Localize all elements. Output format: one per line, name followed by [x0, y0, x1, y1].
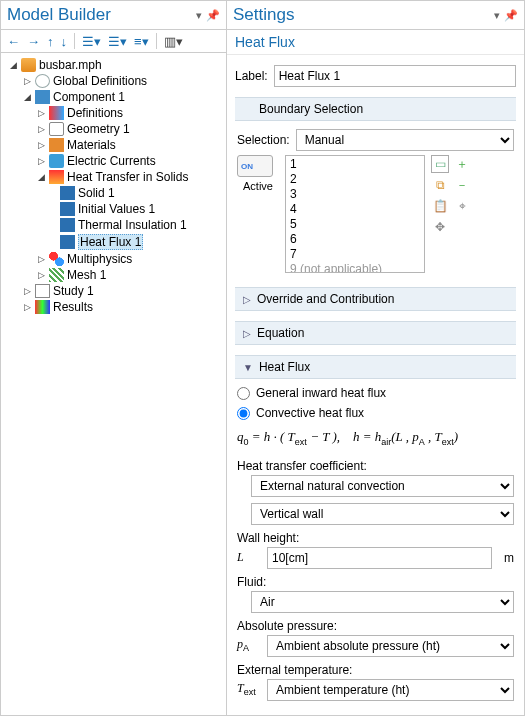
paste-icon[interactable]: 📋 [431, 197, 449, 215]
ext-temp-label: External temperature: [237, 663, 514, 677]
heat-icon [49, 170, 64, 184]
tree-mesh: Mesh 1 [67, 268, 106, 282]
forward-icon[interactable]: → [27, 34, 40, 49]
section-title: Override and Contribution [257, 292, 394, 306]
back-icon[interactable]: ← [7, 34, 20, 49]
radio-general[interactable] [237, 387, 250, 400]
tree-study: Study 1 [53, 284, 94, 298]
tree-geometry: Geometry 1 [67, 122, 130, 136]
label-input[interactable] [274, 65, 516, 87]
wall-height-input[interactable] [267, 547, 492, 569]
panel-menu-icon[interactable]: ▾ [494, 9, 500, 22]
abs-pressure-sym: pA [237, 637, 261, 653]
settings-subtitle: Heat Flux [227, 30, 524, 55]
pin-icon[interactable]: 📌 [206, 9, 220, 22]
move-icon[interactable]: ✥ [431, 218, 449, 236]
list-item: 6 [290, 232, 420, 247]
active-label: Active [237, 180, 279, 192]
heat-transfer-coef-combo[interactable]: External natural convection [251, 475, 514, 497]
ivals-icon [60, 202, 75, 216]
wall-height-unit: m [504, 551, 514, 565]
remove-icon[interactable]: － [453, 176, 471, 194]
study-icon [35, 284, 50, 298]
chevron-right-icon [243, 328, 251, 339]
tree-thermal-insulation: Thermal Insulation 1 [78, 218, 187, 232]
coef-label: Heat transfer coefficient: [237, 459, 514, 473]
tree-solid: Solid 1 [78, 186, 115, 200]
ext-temp-combo[interactable]: Ambient temperature (ht) [267, 679, 514, 701]
tree-multiphysics: Multiphysics [67, 252, 132, 266]
up-icon[interactable]: ↑ [47, 34, 54, 49]
abs-pressure-combo[interactable]: Ambient absolute pressure (ht) [267, 635, 514, 657]
list-toolbar: ▭ ＋ ⧉ － 📋 ⌖ ✥ [431, 155, 471, 236]
wall-type-combo[interactable]: Vertical wall [251, 503, 514, 525]
active-toggle[interactable]: ON [237, 155, 273, 177]
tree-initial-values: Initial Values 1 [78, 202, 155, 216]
chevron-down-icon [243, 362, 253, 373]
list-item: 5 [290, 217, 420, 232]
tins-icon [60, 218, 75, 232]
mb-titlebar: Model Builder ▾ 📌 [1, 1, 226, 30]
chevron-right-icon [243, 294, 251, 305]
abs-pressure-label: Absolute pressure: [237, 619, 514, 633]
component-icon [35, 90, 50, 104]
multi-icon [49, 252, 64, 266]
settings-title: Settings [233, 5, 294, 25]
list-item: 7 [290, 247, 420, 262]
tree-heat-flux: Heat Flux 1 [78, 234, 143, 250]
tree-results: Results [53, 300, 93, 314]
defs-icon [49, 106, 64, 120]
ec-icon [49, 154, 64, 168]
tree-global-defs: Global Definitions [53, 74, 147, 88]
collapse-icon[interactable]: ☰▾ [108, 34, 127, 49]
section-title: Equation [257, 326, 304, 340]
tree-component: Component 1 [53, 90, 125, 104]
radio-convective[interactable] [237, 407, 250, 420]
model-builder-panel: Model Builder ▾ 📌 ← → ↑ ↓ ☰▾ ☰▾ ≡▾ ▥▾ bu… [0, 0, 227, 716]
expand-icon[interactable]: ☰▾ [82, 34, 101, 49]
tree-materials: Materials [67, 138, 116, 152]
tree-root: busbar.mph [39, 58, 102, 72]
down-icon[interactable]: ↓ [61, 34, 68, 49]
globe-icon [35, 74, 50, 88]
copy-icon[interactable]: ⧉ [431, 176, 449, 194]
geometry-icon [49, 122, 64, 136]
view-icon[interactable]: ▥▾ [164, 34, 183, 49]
section-title: Boundary Selection [259, 102, 363, 116]
selection-combo[interactable]: Manual [296, 129, 514, 151]
materials-icon [49, 138, 64, 152]
file-icon [21, 58, 36, 72]
list-item-na: 9 (not applicable) [290, 262, 420, 273]
heat-flux-head[interactable]: Heat Flux [235, 355, 516, 379]
panel-pin-icon[interactable]: 📌 [504, 9, 518, 22]
override-head[interactable]: Override and Contribution [235, 287, 516, 311]
wall-height-sym: L [237, 550, 261, 565]
selection-label: Selection: [237, 133, 290, 147]
add-icon[interactable]: ＋ [453, 155, 471, 173]
tree-electric-currents: Electric Currents [67, 154, 156, 168]
list-item: 3 [290, 187, 420, 202]
toggle-view-icon[interactable]: ▭ [431, 155, 449, 173]
boundary-listbox[interactable]: 1 2 3 4 5 6 7 9 (not applicable) [285, 155, 425, 273]
equation-head[interactable]: Equation [235, 321, 516, 345]
hf-icon [60, 235, 75, 249]
tree-definitions: Definitions [67, 106, 123, 120]
mesh-icon [49, 268, 64, 282]
wall-height-label: Wall height: [237, 531, 514, 545]
radio-general-label: General inward heat flux [256, 386, 386, 400]
label-prompt: Label: [235, 69, 268, 83]
model-tree[interactable]: busbar.mph Global Definitions Component … [1, 53, 226, 319]
mb-title: Model Builder [7, 5, 111, 25]
dropdown-icon[interactable]: ▾ [196, 9, 202, 22]
heat-flux-equation: q0 = h · ( Text − T ), h = hair(L , pA ,… [237, 423, 514, 453]
boundary-selection-head[interactable]: Boundary Selection [235, 97, 516, 121]
zoom-sel-icon[interactable]: ⌖ [453, 197, 471, 215]
ext-temp-sym: Text [237, 681, 261, 697]
settings-panel: Settings ▾ 📌 Heat Flux Label: Boundary S… [227, 0, 525, 716]
solid-icon [60, 186, 75, 200]
list-icon[interactable]: ≡▾ [134, 34, 149, 49]
tree-heat-transfer: Heat Transfer in Solids [67, 170, 188, 184]
fluid-combo[interactable]: Air [251, 591, 514, 613]
list-item: 1 [290, 157, 420, 172]
list-item: 2 [290, 172, 420, 187]
